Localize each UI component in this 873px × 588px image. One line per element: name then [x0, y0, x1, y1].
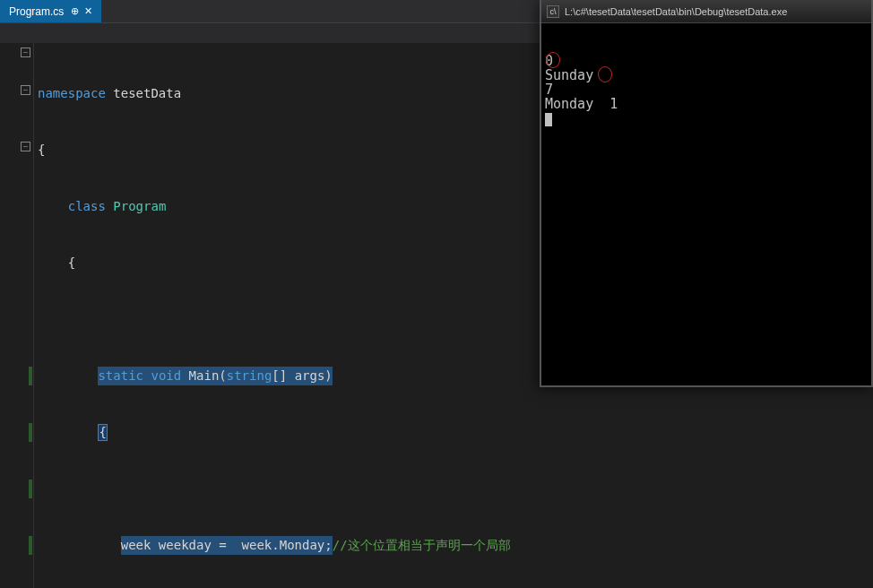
folding-column: − − −	[18, 43, 34, 588]
code-text: {	[68, 255, 75, 270]
console-cursor	[545, 113, 552, 126]
code-text: tesetData	[113, 86, 181, 100]
code-text: //这个位置相当于声明一个局部	[333, 538, 511, 552]
code-text: args)	[287, 368, 333, 383]
code-text: Main	[189, 368, 220, 383]
code-text: (	[219, 368, 226, 383]
console-icon: c\	[547, 5, 559, 18]
code-text: []	[272, 368, 287, 383]
console-line: Monday 1	[545, 96, 618, 112]
code-text: {	[98, 424, 107, 441]
fold-toggle[interactable]: −	[21, 85, 30, 95]
fold-toggle[interactable]: −	[21, 142, 30, 151]
code-text: static	[98, 368, 143, 383]
console-titlebar[interactable]: c\ L:\c#\tesetData\tesetData\bin\Debug\t…	[541, 0, 871, 23]
annotation-circle	[598, 66, 612, 82]
code-text: class	[68, 199, 106, 213]
gutter	[0, 43, 18, 588]
fold-toggle[interactable]: −	[21, 48, 30, 57]
close-icon[interactable]: ✕	[84, 5, 92, 17]
code-text: void	[151, 368, 181, 383]
code-text: namespace	[38, 86, 106, 100]
tab-label: Program.cs	[9, 5, 64, 18]
console-window[interactable]: c\ L:\c#\tesetData\tesetData\bin\Debug\t…	[540, 0, 873, 387]
pin-icon[interactable]: ⊕	[71, 5, 79, 17]
code-text: {	[38, 143, 45, 157]
console-output: 0 Sunday 7 Monday 1	[541, 23, 871, 171]
code-text: week weekday = week.Monday;	[121, 538, 333, 552]
code-text: string	[227, 368, 272, 383]
tab-program-cs[interactable]: Program.cs ⊕ ✕	[0, 0, 101, 22]
console-title-text: L:\c#\tesetData\tesetData\bin\Debug\tese…	[565, 6, 787, 17]
code-text: Program	[113, 199, 166, 213]
